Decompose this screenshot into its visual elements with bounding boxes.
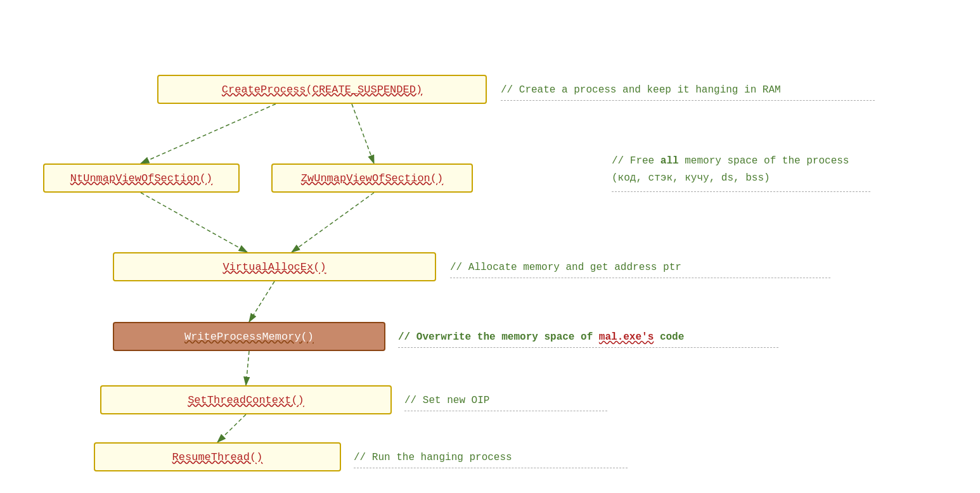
set-thread-node: SetThreadContext()	[100, 385, 392, 414]
comment-run: // Run the hanging process	[354, 452, 512, 463]
set-thread-label: SetThreadContext()	[188, 394, 304, 406]
comment-overwrite: // Overwrite the memory space of mal.exe…	[398, 331, 684, 343]
comment-create: // Create a process and keep it hanging …	[501, 84, 781, 96]
arrows-svg	[0, 0, 980, 493]
nt-unmap-label: NtUnmapViewOfSection()	[70, 172, 212, 184]
svg-line-5	[246, 351, 249, 385]
svg-line-4	[249, 281, 274, 322]
svg-line-3	[292, 193, 374, 252]
comment-alloc: // Allocate memory and get address ptr	[450, 262, 681, 273]
svg-line-2	[141, 193, 247, 252]
zw-unmap-label: ZwUnmapViewOfSection()	[301, 172, 443, 184]
write-process-label: WriteProcessMemory()	[184, 331, 314, 343]
underline-free	[612, 191, 870, 192]
create-process-node: CreateProcess(CREATE_SUSPENDED)	[157, 75, 487, 104]
virtual-alloc-node: VirtualAllocEx()	[113, 252, 436, 281]
svg-line-0	[141, 104, 276, 163]
underline-overwrite	[398, 347, 778, 348]
underline-alloc	[450, 278, 830, 278]
comment-oip: // Set new OIP	[404, 395, 489, 406]
write-process-node: WriteProcessMemory()	[113, 322, 385, 351]
underline-create	[501, 100, 875, 101]
diagram: CreateProcess(CREATE_SUSPENDED) NtUnmapV…	[0, 0, 980, 493]
virtual-alloc-label: VirtualAllocEx()	[222, 261, 326, 273]
svg-line-6	[217, 414, 246, 442]
create-process-label: CreateProcess(CREATE_SUSPENDED)	[222, 84, 422, 96]
svg-line-1	[352, 104, 374, 163]
zw-unmap-node: ZwUnmapViewOfSection()	[271, 163, 473, 193]
resume-thread-label: ResumeThread()	[172, 451, 263, 463]
comment-free-all: // Free all memory space of the process	[612, 155, 849, 167]
underline-oip	[404, 411, 607, 411]
underline-run	[354, 468, 628, 468]
nt-unmap-node: NtUnmapViewOfSection()	[43, 163, 240, 193]
resume-thread-node: ResumeThread()	[94, 442, 341, 471]
comment-segments: (код, стэк, кучу, ds, bss)	[612, 172, 770, 184]
